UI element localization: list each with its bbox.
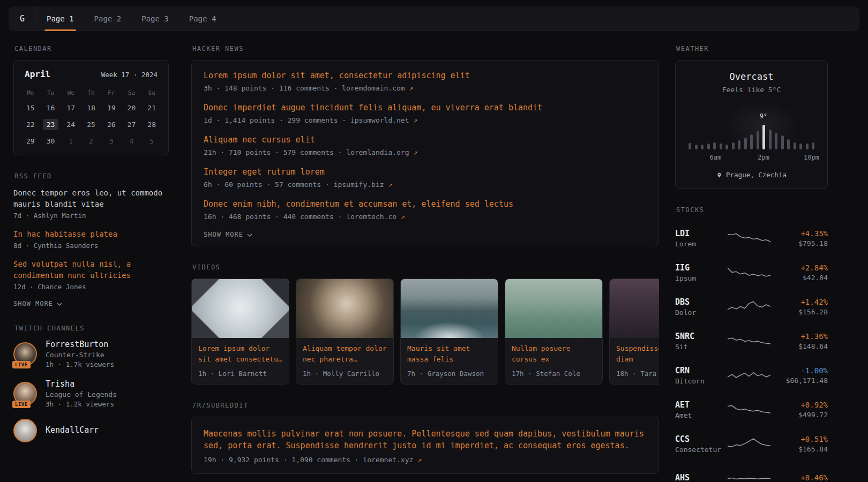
stock-row[interactable]: LDI Lorem +4.35% $795.18 [675,221,828,255]
calendar-day-cell: 22 [20,116,41,133]
stock-price: $42.04 [772,274,828,282]
news-domain-link[interactable]: loremtech.co ↗ [346,213,405,221]
calendar-day-cell: 19 [101,100,122,116]
calendar-day-number: 27 [124,119,140,130]
stock-ticker: CRN [675,366,727,375]
video-card[interactable]: Lorem ipsum dolor sit amet consectetu… 1… [191,278,289,385]
weather-bar [787,139,790,149]
news-domain-link[interactable]: loremlandia.org ↗ [346,148,417,156]
calendar-day-number: 23 [43,119,59,130]
calendar-day-cell: 29 [20,133,41,149]
news-meta: 16h · 468 points · 440 comments · loremt… [204,213,647,221]
weather-bar [725,145,728,149]
stock-row[interactable]: DBS Dolor +1.42% $156.28 [675,290,828,324]
news-meta-text: 21h · 710 points · 579 comments · [204,148,346,156]
news-domain-link[interactable]: ipsumify.biz ↗ [334,180,393,189]
stock-change: +0.92% [772,401,828,409]
stock-row[interactable]: CCS Consectetur +0.51% $165.84 [675,427,828,461]
rss-item-title[interactable]: In hac habitasse platea [13,229,169,240]
video-card[interactable]: Mauris sit amet massa felis 7h · Grayson… [400,278,498,385]
post-domain-link[interactable]: loremnet.xyz ↗ [363,456,422,464]
news-domain-link[interactable]: loremdomain.com ↗ [342,84,413,92]
rss-item-title[interactable]: Sed volutpat nulla nisl, a condimentum n… [13,259,169,281]
weather-bar [738,140,740,149]
section-label-weather: WEATHER [676,45,828,52]
rss-widget: RSS FEED Donec tempor eros leo, ut commo… [13,172,169,307]
twitch-channel[interactable]: LIVE Trisha League of Legends 3h · 1.2k … [13,379,169,408]
calendar-day-number: 20 [124,102,140,114]
news-title[interactable]: Aliquam nec cursus elit [204,134,647,146]
stock-sparkline [727,298,772,316]
section-label-subreddit: /R/SUBREDDIT [192,402,659,409]
stock-sparkline [727,469,772,482]
calendar-day-cell: 24 [61,116,81,133]
page-tab[interactable]: Page 3 [131,6,179,31]
calendar-day-number: 17 [63,102,79,114]
calendar-card: April Week 17 · 2024 MoTuWeThFrSaSu 1516… [13,60,169,155]
news-meta-text: 16h · 468 points · 440 comments · [204,213,346,221]
news-item: Aliquam nec cursus elit 21h · 710 points… [204,134,647,156]
twitch-channel[interactable]: KendallCarr [13,419,169,442]
stock-change: +2.84% [772,263,828,272]
dashboard: CALENDAR April Week 17 · 2024 MoTuWeThFr… [0,31,868,482]
news-show-more-button[interactable]: SHOW MORE [204,231,252,238]
stock-ticker: CCS [675,434,727,444]
video-title: Lorem ipsum dolor sit amet consectetu… [198,343,282,365]
post-title[interactable]: Maecenas mollis pulvinar erat non posuer… [204,428,647,451]
section-label-hackernews: HACKER NEWS [192,45,659,52]
calendar-day-grid: 1516171819202122232425262728293012345 [20,100,162,149]
rss-show-more-button[interactable]: SHOW MORE [13,300,62,307]
stock-row[interactable]: CRN Bitcorn -1.00% $66,171.48 [675,358,828,393]
news-meta-text: 1d · 1,414 points · 299 comments · [204,116,350,124]
twitch-channel-info: Trisha League of Legends 3h · 1.2k viewe… [46,379,117,408]
rss-item-title[interactable]: Donec tempor eros leo, ut commodo mauris… [13,187,169,210]
app-logo[interactable]: G [9,6,36,31]
post-meta-text: 19h · 9,932 points · 1,090 comments · [204,456,363,464]
video-card[interactable]: Aliquam tempor dolor nec pharetra… 1h · … [296,278,394,385]
news-meta: 6h · 60 points · 57 comments · ipsumify.… [204,180,647,189]
stock-id: SNRC Sit [675,332,727,351]
page-tab[interactable]: Page 4 [179,6,227,31]
weather-widget: WEATHER Overcast Feels like 5°C 9° 6am2p… [675,45,828,189]
video-card[interactable]: Nullam posuere cursus ex 17h · Stefan Co… [505,278,603,385]
video-card-body: Suspendisse diam 18h · Tara [610,338,659,384]
news-domain-link[interactable]: ipsumworld.net ↗ [350,116,417,124]
video-card[interactable]: Suspendisse diam 18h · Tara [609,278,659,385]
news-title[interactable]: Integer eget rutrum lorem [204,167,647,178]
stock-name: Amet [675,411,727,419]
page-tab[interactable]: Page 2 [84,6,132,31]
news-item: Donec enim nibh, condimentum et accumsan… [204,199,647,221]
stock-name: Sit [675,343,727,351]
twitch-channel-name: ForrestBurton [46,340,114,349]
video-thumbnail [610,279,659,338]
video-title: Mauris sit amet massa felis [407,343,491,365]
stock-values: +1.36% $148.64 [772,332,828,350]
news-meta-text: 3h · 148 points · 116 comments · [204,84,342,92]
news-title[interactable]: Donec imperdiet augue tincidunt felis al… [204,102,647,114]
page-tab[interactable]: Page 1 [36,6,84,31]
twitch-channel[interactable]: LIVE ForrestBurton Counter-Strike 1h · 1… [13,340,169,368]
weather-bar [775,133,777,149]
news-title[interactable]: Lorem ipsum dolor sit amet, consectetur … [204,70,647,81]
external-link-icon: ↗ [388,180,392,189]
stock-sparkline [727,366,772,385]
stock-row[interactable]: AHS +0.46% [675,461,828,482]
stock-price: $165.84 [772,445,828,453]
weather-location: Prague, Czechia [685,171,818,179]
section-label-stocks: STOCKS [676,206,828,214]
stock-row[interactable]: AET Amet +0.92% $499.72 [675,393,828,427]
twitch-game: Counter-Strike [46,351,114,359]
video-thumbnail [296,279,393,338]
stock-change: +4.35% [772,229,828,238]
stock-row[interactable]: SNRC Sit +1.36% $148.64 [675,324,828,358]
calendar-day-headers: MoTuWeThFrSaSu [20,86,162,100]
calendar-header: April Week 17 · 2024 [20,69,162,86]
twitch-viewers: 3h · 1.2k viewers [46,400,117,408]
stock-row[interactable]: IIG Ipsum +2.84% $42.04 [675,255,828,290]
stock-name: Dolor [675,308,727,317]
news-title[interactable]: Donec enim nibh, condimentum et accumsan… [204,199,647,210]
calendar-day-number: 21 [144,102,160,114]
calendar-day-cell: 1 [61,133,81,149]
twitch-channel-list: LIVE ForrestBurton Counter-Strike 1h · 1… [13,340,169,442]
weather-time-label: 10pm [804,154,819,161]
